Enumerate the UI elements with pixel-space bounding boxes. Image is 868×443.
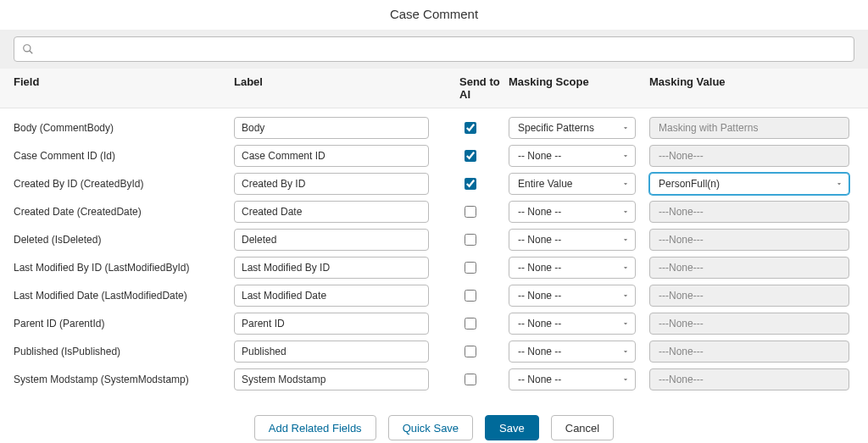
chevron-down-icon [621, 375, 630, 384]
send-to-ai-checkbox[interactable] [465, 318, 476, 329]
table-row: Deleted (IsDeleted)-- None -----None--- [14, 225, 854, 253]
field-name: Published (IsPublished) [14, 346, 120, 357]
send-to-ai-checkbox[interactable] [465, 290, 476, 302]
select-value: -- None -- [518, 206, 561, 218]
field-name: Created Date (CreatedDate) [14, 206, 142, 218]
field-name: Parent ID (ParentId) [14, 318, 104, 329]
value-text: ---None--- [659, 318, 704, 329]
value-text: ---None--- [659, 262, 704, 274]
value-text: ---None--- [659, 234, 704, 246]
select-value: -- None -- [518, 290, 561, 302]
cancel-button[interactable]: Cancel [551, 415, 614, 440]
rows-container: Body (CommentBody)Specific PatternsMaski… [0, 108, 868, 393]
save-button[interactable]: Save [485, 415, 539, 440]
table-row: Created By ID (CreatedById)Entire ValueP… [14, 169, 854, 197]
chevron-down-icon [621, 208, 630, 216]
masking-value-display: ---None--- [649, 368, 849, 390]
table-row: Created Date (CreatedDate)-- None -----N… [14, 197, 854, 225]
chevron-down-icon [835, 180, 843, 188]
table-row: Body (CommentBody)Specific PatternsMaski… [14, 114, 854, 141]
col-header-field: Field [14, 75, 234, 101]
label-input[interactable] [234, 229, 429, 251]
masking-value-display: ---None--- [649, 201, 849, 223]
masking-scope-select[interactable]: -- None -- [509, 201, 636, 223]
table-row: Last Modified Date (LastModifiedDate)-- … [14, 281, 854, 309]
send-to-ai-checkbox[interactable] [465, 234, 476, 246]
chevron-down-icon [621, 152, 630, 160]
chevron-down-icon [621, 263, 630, 272]
masking-value-display: Masking with Patterns [649, 117, 849, 139]
field-name: System Modstamp (SystemModstamp) [14, 374, 189, 385]
send-to-ai-checkbox[interactable] [465, 178, 476, 190]
masking-scope-select[interactable]: -- None -- [509, 229, 636, 251]
label-input[interactable] [234, 341, 429, 363]
masking-value-display: ---None--- [649, 257, 849, 279]
col-header-value: Masking Value [649, 75, 853, 101]
add-related-fields-button[interactable]: Add Related Fields [254, 415, 376, 440]
select-value: Entire Value [518, 178, 572, 190]
value-text: PersonFull(n) [659, 178, 720, 190]
masking-scope-select[interactable]: Specific Patterns [509, 117, 636, 139]
masking-scope-select[interactable]: -- None -- [509, 145, 636, 167]
table-row: Parent ID (ParentId)-- None -----None--- [14, 309, 854, 337]
page-title: Case Comment [0, 0, 868, 30]
send-to-ai-checkbox[interactable] [465, 150, 476, 162]
label-input[interactable] [234, 201, 429, 223]
select-value: -- None -- [518, 234, 561, 246]
field-name: Last Modified Date (LastModifiedDate) [14, 290, 187, 302]
search-input[interactable] [14, 36, 854, 62]
masking-scope-select[interactable]: -- None -- [509, 368, 636, 390]
label-input[interactable] [234, 145, 429, 167]
table-row: Case Comment ID (Id)-- None -----None--- [14, 141, 854, 169]
field-name: Case Comment ID (Id) [14, 150, 115, 162]
masking-scope-select[interactable]: -- None -- [509, 341, 636, 363]
masking-value-display: ---None--- [649, 313, 849, 335]
value-text: ---None--- [659, 290, 704, 302]
footer-bar: Add Related Fields Quick Save Save Cance… [0, 403, 868, 443]
select-value: -- None -- [518, 150, 561, 162]
label-input[interactable] [234, 313, 429, 335]
field-name: Deleted (IsDeleted) [14, 234, 101, 246]
value-text: ---None--- [659, 150, 704, 162]
masking-scope-select[interactable]: -- None -- [509, 313, 636, 335]
label-input[interactable] [234, 285, 429, 307]
col-header-label: Label [234, 75, 459, 101]
field-name: Body (CommentBody) [14, 122, 114, 134]
chevron-down-icon [621, 124, 630, 132]
value-text: ---None--- [659, 374, 704, 385]
label-input[interactable] [234, 368, 429, 390]
field-name: Last Modified By ID (LastModifiedById) [14, 262, 189, 274]
masking-value-display: ---None--- [649, 285, 849, 307]
chevron-down-icon [621, 291, 630, 300]
masking-scope-select[interactable]: -- None -- [509, 285, 636, 307]
masking-value-display: ---None--- [649, 341, 849, 363]
send-to-ai-checkbox[interactable] [465, 346, 476, 357]
col-header-sendai: Send to AI [459, 75, 509, 101]
value-text: ---None--- [659, 346, 704, 357]
send-to-ai-checkbox[interactable] [465, 206, 476, 218]
masking-value-select[interactable]: PersonFull(n) [649, 173, 849, 195]
search-bar [0, 30, 868, 69]
quick-save-button[interactable]: Quick Save [388, 415, 473, 440]
select-value: -- None -- [518, 374, 561, 385]
chevron-down-icon [621, 347, 630, 356]
chevron-down-icon [621, 319, 630, 328]
label-input[interactable] [234, 173, 429, 195]
chevron-down-icon [621, 180, 630, 188]
label-input[interactable] [234, 257, 429, 279]
masking-value-display: ---None--- [649, 145, 849, 167]
send-to-ai-checkbox[interactable] [465, 374, 476, 385]
field-name: Created By ID (CreatedById) [14, 178, 143, 190]
value-text: Masking with Patterns [659, 122, 758, 134]
select-value: -- None -- [518, 262, 561, 274]
table-row: System Modstamp (SystemModstamp)-- None … [14, 365, 854, 393]
label-input[interactable] [234, 117, 429, 139]
send-to-ai-checkbox[interactable] [465, 262, 476, 274]
select-value: Specific Patterns [518, 122, 594, 134]
send-to-ai-checkbox[interactable] [465, 122, 476, 134]
masking-scope-select[interactable]: -- None -- [509, 257, 636, 279]
col-header-scope: Masking Scope [509, 75, 649, 101]
table-row: Last Modified By ID (LastModifiedById)--… [14, 253, 854, 281]
masking-scope-select[interactable]: Entire Value [509, 173, 636, 195]
select-value: -- None -- [518, 346, 561, 357]
